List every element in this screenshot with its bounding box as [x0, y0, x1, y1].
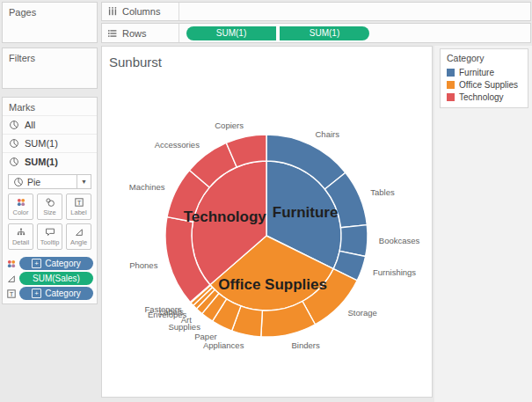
- pages-shelf[interactable]: Pages: [2, 2, 98, 43]
- sunburst-chart[interactable]: ChairsTablesBookcasesFurnishingsStorageB…: [102, 47, 432, 397]
- outer-label-chairs: Chairs: [316, 129, 340, 139]
- legend-swatch: [447, 93, 455, 101]
- legend-swatch: [447, 81, 455, 89]
- marks-card-item-all-0[interactable]: All: [3, 115, 97, 134]
- marks-pill-row: +Category: [6, 256, 93, 271]
- detail-icon: [16, 227, 26, 238]
- marks-card-label: Marks: [3, 98, 97, 115]
- pie-icon: [9, 157, 19, 167]
- pie-icon: [13, 177, 24, 187]
- outer-label-tables: Tables: [370, 187, 395, 197]
- tableau-window: Pages Filters Marks AllSUM(1)SUM(1) Pie …: [0, 0, 532, 402]
- outer-label-binders: Binders: [292, 340, 320, 350]
- pill-category[interactable]: +Category: [19, 257, 93, 270]
- outer-label-machines: Machines: [129, 182, 165, 192]
- legend-item-furniture[interactable]: Furniture: [441, 66, 528, 78]
- detail-button[interactable]: Detail: [8, 223, 33, 250]
- marks-buttons: ColorSizeTLabelDetailTooltipAngle: [8, 194, 91, 250]
- svg-text:T: T: [10, 289, 14, 297]
- svg-text:T: T: [77, 199, 81, 207]
- filters-shelf[interactable]: Filters: [2, 48, 98, 89]
- angle-button[interactable]: Angle: [66, 223, 91, 250]
- inner-label-furniture: Furniture: [273, 204, 339, 221]
- pie-icon: [9, 138, 19, 149]
- filters-shelf-label: Filters: [3, 48, 97, 66]
- columns-shelf[interactable]: Columns: [101, 2, 531, 21]
- tooltip-icon: [45, 227, 55, 238]
- angle-icon: [74, 227, 84, 238]
- angle-shelf-icon: [6, 274, 17, 284]
- color-icon: [16, 197, 26, 208]
- pill-sum-sales-[interactable]: SUM(Sales): [19, 272, 93, 285]
- outer-label-paper: Paper: [194, 332, 216, 341]
- legend-title: Category: [441, 49, 528, 66]
- label-button[interactable]: TLabel: [66, 194, 91, 220]
- rows-shelf-label: Rows: [122, 28, 147, 39]
- pages-shelf-label: Pages: [3, 3, 97, 20]
- outer-label-appliances: Appliances: [203, 340, 244, 350]
- marks-card: Marks AllSUM(1)SUM(1) Pie ▼ ColorSizeTLa…: [2, 97, 98, 304]
- marks-pill-row: T+Category: [6, 286, 93, 301]
- size-button[interactable]: Size: [37, 194, 62, 220]
- outer-label-copiers: Copiers: [215, 121, 244, 130]
- legend-item-technology[interactable]: Technology: [441, 91, 528, 103]
- marks-card-item-sum-1--1[interactable]: SUM(1): [3, 134, 97, 152]
- color-shelf-icon: [6, 259, 17, 269]
- outer-label-bookcases: Bookcases: [379, 236, 420, 245]
- outer-label-phones: Phones: [129, 260, 157, 270]
- rows-shelf[interactable]: Rows SUM(1)SUM(1): [101, 23, 531, 43]
- rows-shelf-header: Rows: [102, 24, 179, 42]
- marks-card-item-sum-1--2[interactable]: SUM(1): [3, 152, 97, 171]
- plus-box-icon[interactable]: +: [32, 259, 41, 268]
- label-shelf-icon: T: [6, 289, 17, 299]
- rows-pill-sum-1--1[interactable]: SUM(1): [280, 26, 369, 40]
- color-button[interactable]: Color: [8, 194, 33, 220]
- worksheet: Sunburst ChairsTablesBookcasesFurnishing…: [101, 46, 433, 398]
- outer-label-furnishings: Furnishings: [373, 267, 416, 277]
- legend-items: FurnitureOffice SuppliesTechnology: [441, 66, 528, 103]
- columns-icon: [107, 6, 118, 17]
- mark-type-label: Pie: [27, 177, 77, 187]
- rows-pills: SUM(1)SUM(1): [186, 26, 369, 40]
- label-icon: T: [74, 197, 84, 208]
- marks-items: AllSUM(1)SUM(1): [3, 115, 97, 171]
- rows-icon: [107, 28, 118, 39]
- inner-label-office-supplies: Office Supplies: [218, 276, 327, 293]
- category-legend: Category FurnitureOffice SuppliesTechnol…: [440, 48, 528, 108]
- pill-category[interactable]: +Category: [19, 287, 93, 300]
- columns-shelf-header: Columns: [102, 3, 179, 20]
- tooltip-button[interactable]: Tooltip: [37, 223, 62, 250]
- inner-label-technology: Technology: [184, 208, 267, 225]
- legend-swatch: [447, 69, 455, 77]
- legend-item-office-supplies[interactable]: Office Supplies: [441, 78, 528, 91]
- outer-label-fasteners: Fasteners: [145, 304, 182, 314]
- chevron-down-icon[interactable]: ▼: [77, 175, 91, 188]
- pie-icon: [9, 120, 19, 130]
- rows-pill-sum-1--0[interactable]: SUM(1): [186, 26, 276, 40]
- columns-shelf-label: Columns: [122, 6, 160, 17]
- marks-pill-row: SUM(Sales): [6, 271, 93, 286]
- marks-pills: +CategorySUM(Sales)T+Category: [3, 255, 97, 302]
- outer-label-accessories: Accessories: [155, 140, 200, 150]
- outer-label-storage: Storage: [348, 308, 377, 318]
- size-icon: [45, 197, 55, 208]
- mark-type-dropdown[interactable]: Pie ▼: [8, 174, 91, 189]
- plus-box-icon[interactable]: +: [32, 289, 41, 298]
